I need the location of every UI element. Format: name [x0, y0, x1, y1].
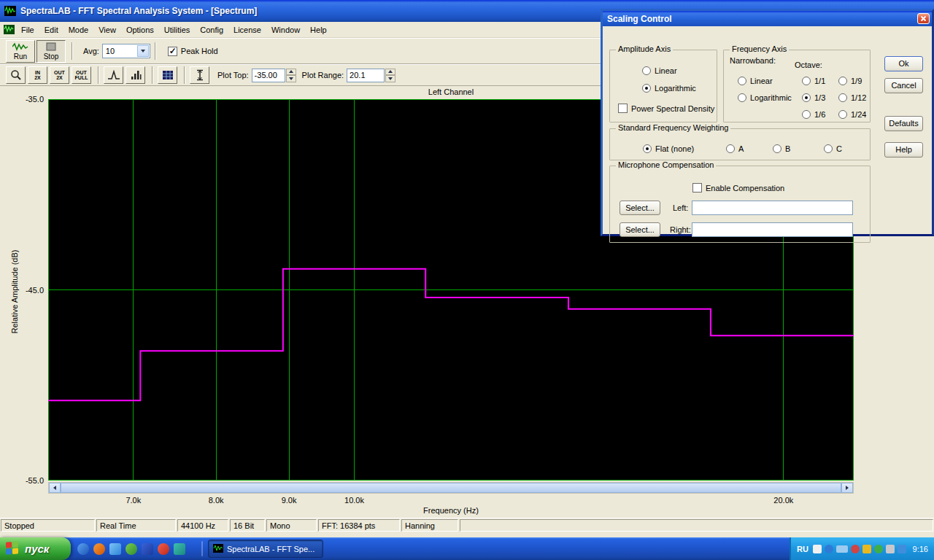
plot-horizontal-scrollbar[interactable] [48, 482, 854, 494]
radio-label: Logarithmic [750, 93, 792, 102]
dialog-close-button[interactable] [917, 13, 930, 24]
tray-icon-4[interactable] [862, 545, 871, 553]
quick-launch-icon-2[interactable] [93, 543, 105, 555]
menu-edit[interactable]: Edit [39, 23, 63, 36]
spin-down-icon[interactable] [286, 75, 296, 82]
status-mode: Real Time [96, 519, 176, 532]
checkbox-enable-compensation[interactable]: Enable Compensation [692, 183, 784, 192]
menu-config[interactable]: Config [195, 23, 228, 36]
spin-up-icon[interactable] [385, 69, 395, 76]
plot-range-input[interactable] [347, 69, 385, 82]
radio-weighting-b[interactable]: B [773, 144, 790, 153]
defaults-button[interactable]: Defaults [884, 116, 923, 131]
spin-up-icon[interactable] [286, 69, 296, 76]
arrow-left-icon [53, 486, 56, 490]
tray-icon-3[interactable] [851, 545, 860, 553]
help-button[interactable]: Help [884, 142, 923, 158]
radio-label: B [785, 144, 790, 153]
status-window-function: Hanning [401, 519, 458, 532]
peak-hold-checkbox[interactable] [168, 47, 177, 56]
avg-dropdown-button[interactable] [137, 45, 149, 57]
bar-display-button[interactable] [126, 66, 145, 84]
radio-label: 1/6 [814, 110, 825, 119]
quick-launch-icon-7[interactable] [174, 543, 185, 555]
radio-weighting-flat[interactable]: Flat (none) [643, 144, 694, 153]
menu-mode[interactable]: Mode [63, 23, 94, 36]
taskbar-task-button[interactable]: SpectraLAB - FFT Spe... [208, 540, 323, 558]
radio-narrowband-linear[interactable]: Linear [738, 76, 773, 85]
tray-icon-5[interactable] [874, 545, 883, 553]
amplitude-axis-group: Amplitude Axis Linear Logarithmic Power … [609, 50, 717, 122]
quick-launch-icon-4[interactable] [126, 543, 137, 555]
scrollbar-thumb[interactable] [61, 483, 841, 493]
checkbox-label: Power Spectral Density [631, 104, 714, 113]
tray-icon-2[interactable] [825, 545, 833, 553]
x-axis-labels: 7.0k8.0k9.0k10.0k20.0k [48, 496, 854, 505]
radio-amplitude-logarithmic[interactable]: Logarithmic [642, 83, 696, 93]
left-compensation-input[interactable] [692, 201, 853, 215]
radio-octave-1-6[interactable]: 1/6 [802, 109, 825, 119]
tray-icon-1[interactable] [813, 545, 822, 553]
ok-button[interactable]: Ok [884, 56, 923, 71]
zoom-out-2x-button[interactable]: OUT 2X [50, 66, 69, 84]
start-button[interactable]: пуск [0, 537, 71, 560]
checkbox-power-spectral-density[interactable]: Power Spectral Density [618, 104, 714, 113]
display-options-button[interactable] [158, 66, 177, 84]
spectrum-view-button[interactable] [104, 66, 123, 84]
select-left-button[interactable]: Select... [620, 201, 660, 215]
menu-window[interactable]: Window [266, 23, 305, 36]
checkbox-label: Enable Compensation [706, 184, 784, 192]
scroll-right-button[interactable] [841, 483, 853, 493]
radio-octave-1-12[interactable]: 1/12 [838, 93, 866, 102]
plot-range-spinner[interactable] [385, 69, 395, 82]
stop-button[interactable]: Stop [36, 40, 66, 63]
avg-combobox[interactable]: 10 [102, 44, 150, 58]
zoom-in-2x-button[interactable]: IN 2X [28, 66, 47, 84]
plot-top-spinner[interactable] [286, 69, 296, 82]
narrowband-label: Narrowband: [730, 56, 776, 65]
cancel-button[interactable]: Cancel [884, 78, 923, 93]
language-indicator[interactable]: RU [797, 545, 808, 553]
tray-icon-keyboard[interactable] [836, 545, 848, 553]
quick-launch-icon-6[interactable] [158, 543, 169, 555]
select-right-button[interactable]: Select... [620, 222, 660, 237]
radio-octave-1-9[interactable]: 1/9 [838, 76, 862, 85]
taskbar-clock[interactable]: 9:16 [913, 545, 928, 553]
radio-icon [802, 93, 811, 102]
menu-license[interactable]: License [228, 23, 266, 36]
task-app-icon [213, 544, 223, 554]
tray-icon-6[interactable] [886, 545, 895, 553]
zoom-tool-button[interactable] [6, 66, 26, 84]
scroll-left-button[interactable] [49, 483, 61, 493]
radio-weighting-c[interactable]: C [824, 144, 842, 153]
zoom-out-full-button[interactable]: OUT FULL [72, 66, 91, 84]
radio-label: Flat (none) [655, 144, 694, 153]
menu-help[interactable]: Help [305, 23, 332, 36]
status-sample-rate: 44100 Hz [177, 519, 228, 532]
radio-octave-1-1[interactable]: 1/1 [802, 76, 825, 85]
menu-options[interactable]: Options [121, 23, 159, 36]
frequency-axis-group: Frequency Axis Narrowband: Octave: Linea… [723, 50, 871, 122]
scaling-control-dialog: Scaling Control Amplitude Axis Linear Lo… [601, 9, 934, 236]
menu-file[interactable]: File [16, 23, 39, 36]
avg-value: 10 [103, 47, 136, 55]
menu-utilities[interactable]: Utilities [159, 23, 195, 36]
quick-launch-icon-1[interactable] [77, 543, 89, 555]
quick-launch-icon-3[interactable] [109, 543, 121, 555]
radio-narrowband-logarithmic[interactable]: Logarithmic [738, 93, 792, 102]
menu-view[interactable]: View [93, 23, 121, 36]
radio-octave-1-24[interactable]: 1/24 [838, 109, 866, 119]
run-button[interactable]: Run [6, 40, 35, 63]
x-tick-label: 9.0k [282, 496, 297, 505]
frequency-weighting-group: Standard Frequency Weighting Flat (none)… [609, 128, 871, 160]
right-compensation-input[interactable] [692, 222, 853, 237]
spin-down-icon[interactable] [385, 75, 395, 82]
radio-octave-1-3[interactable]: 1/3 [802, 93, 825, 102]
scaling-control-button[interactable] [190, 66, 209, 84]
plot-top-input[interactable] [252, 69, 285, 82]
mdi-child-icon[interactable] [3, 25, 15, 35]
radio-amplitude-linear[interactable]: Linear [642, 66, 677, 75]
tray-icon-7[interactable] [898, 545, 906, 553]
quick-launch-icon-5[interactable] [142, 543, 153, 555]
radio-weighting-a[interactable]: A [726, 144, 744, 153]
